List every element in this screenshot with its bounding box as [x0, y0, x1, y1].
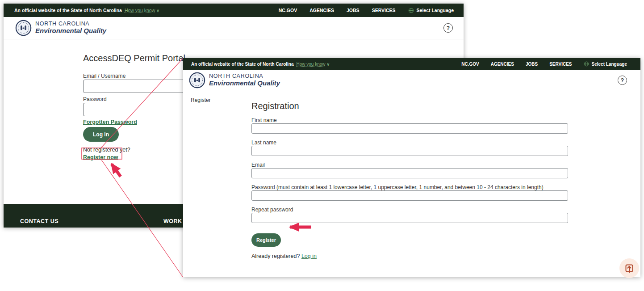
topnav-link-agencies[interactable]: AGENCIES — [491, 62, 514, 67]
already-registered-label: Already registered? — [251, 253, 300, 259]
password-input[interactable] — [251, 190, 568, 201]
topnav-link-jobs[interactable]: JOBS — [347, 8, 360, 13]
topnav-link-agencies[interactable]: AGENCIES — [309, 8, 334, 13]
login-button[interactable]: Log in — [83, 127, 119, 142]
forgotten-password-link[interactable]: Forgotten Password — [83, 119, 137, 125]
chevron-down-icon: ∨ — [327, 62, 330, 67]
official-banner-text: An official website of the State of Nort… — [191, 62, 330, 67]
register-button[interactable]: Register — [251, 233, 281, 247]
help-icon[interactable]: ? — [618, 76, 627, 85]
official-banner-text: An official website of the State of Nort… — [14, 8, 159, 13]
logo-line1: NORTH CAROLINA — [209, 73, 280, 80]
official-banner-label: An official website of the State of Nort… — [191, 62, 293, 67]
registration-main: Register Registration First name Last na… — [183, 91, 640, 277]
top-nav: NC.GOV AGENCIES JOBS SERVICES Select Lan… — [461, 61, 627, 67]
help-glyph: ? — [447, 25, 450, 31]
email-label: Email — [251, 162, 265, 168]
feedback-button[interactable] — [619, 258, 639, 278]
official-banner-bar: An official website of the State of Nort… — [4, 4, 464, 17]
deq-logo[interactable]: NORTH CAROLINA Environmental Quality — [189, 72, 280, 89]
last-name-input[interactable] — [251, 146, 568, 156]
nc-deq-seal-logo — [189, 72, 205, 89]
already-registered-text: Already registered? Log in — [251, 253, 317, 259]
topnav-link-ncgov[interactable]: NC.GOV — [461, 62, 479, 67]
nc-deq-seal-logo — [15, 20, 32, 36]
official-banner-label: An official website of the State of Nort… — [14, 8, 122, 13]
select-language-label: Select Language — [417, 8, 454, 13]
topnav-link-ncgov[interactable]: NC.GOV — [279, 8, 297, 13]
email-input[interactable] — [251, 168, 568, 178]
breadcrumb[interactable]: Register — [191, 97, 211, 103]
password-requirements-label: Password (must contain at least 1 lowerc… — [251, 184, 544, 190]
select-language-label: Select Language — [592, 62, 627, 67]
log-in-link[interactable]: Log in — [301, 253, 317, 259]
first-name-input[interactable] — [251, 123, 568, 134]
chevron-down-icon: ∨ — [156, 8, 159, 13]
login-page-title: AccessDEQ Permit Portal — [83, 53, 185, 63]
registration-title: Registration — [251, 101, 299, 111]
official-banner-bar: An official website of the State of Nort… — [183, 58, 640, 70]
box-arrow-up-icon — [624, 263, 634, 273]
logo-line2: Environmental Quality — [35, 27, 106, 35]
last-name-label: Last name — [251, 139, 276, 146]
site-header: NORTH CAROLINA Environmental Quality ? — [183, 70, 640, 91]
how-you-know-link[interactable]: How you know — [125, 8, 155, 13]
password-label: Password — [83, 96, 107, 102]
logo-wordmark: NORTH CAROLINA Environmental Quality — [209, 73, 280, 87]
logo-line2: Environmental Quality — [209, 80, 280, 87]
topnav-link-services[interactable]: SERVICES — [549, 62, 572, 67]
first-name-label: First name — [251, 117, 277, 123]
site-header: NORTH CAROLINA Environmental Quality ? — [4, 17, 464, 39]
select-language[interactable]: Select Language — [584, 61, 627, 67]
globe-icon — [584, 61, 589, 67]
email-username-label: Email / Username — [83, 73, 125, 79]
repeat-password-input[interactable] — [251, 213, 568, 223]
footer-contact-us[interactable]: CONTACT US — [20, 218, 59, 224]
register-now-link[interactable]: Register now — [83, 154, 118, 160]
deq-logo[interactable]: NORTH CAROLINA Environmental Quality — [15, 20, 106, 36]
topnav-link-jobs[interactable]: JOBS — [526, 62, 538, 67]
help-icon[interactable]: ? — [443, 23, 453, 33]
registration-window: An official website of the State of Nort… — [183, 58, 640, 277]
help-glyph: ? — [621, 77, 624, 84]
select-language[interactable]: Select Language — [408, 8, 454, 13]
topnav-link-services[interactable]: SERVICES — [372, 8, 396, 13]
logo-wordmark: NORTH CAROLINA Environmental Quality — [35, 21, 106, 34]
logo-line1: NORTH CAROLINA — [35, 21, 106, 27]
globe-icon — [408, 8, 414, 13]
not-registered-text: Not registered yet? — [83, 147, 130, 153]
how-you-know-link[interactable]: How you know — [296, 62, 325, 67]
repeat-password-label: Repeat password — [251, 207, 293, 213]
footer-work[interactable]: WORK — [163, 218, 182, 224]
top-nav: NC.GOV AGENCIES JOBS SERVICES Select Lan… — [279, 8, 454, 13]
